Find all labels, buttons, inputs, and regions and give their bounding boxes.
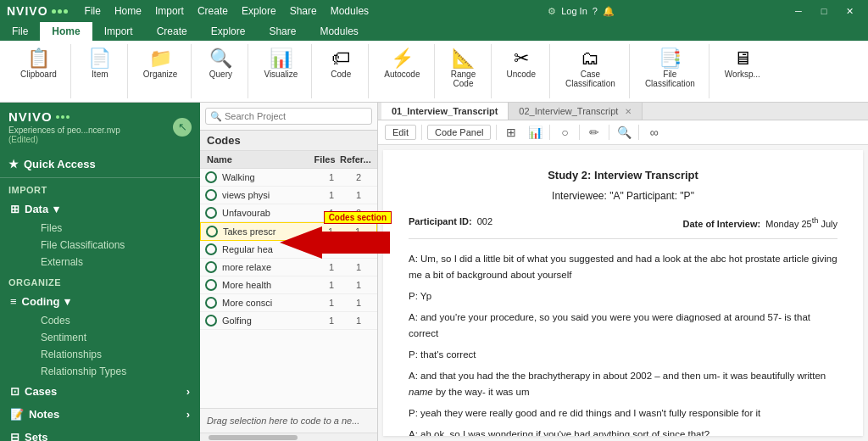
sidebar-item-coding[interactable]: ≡ Coding ▾ xyxy=(0,291,200,312)
code-files-takes: 1 xyxy=(317,226,344,237)
search-input[interactable] xyxy=(205,108,372,125)
ribbon-group-organize: 📁 Organize xyxy=(130,44,192,98)
workspace-button[interactable]: 🖥 Worksp... xyxy=(720,46,765,82)
organize-button[interactable]: 📁 Organize xyxy=(138,46,183,82)
sidebar-item-cases[interactable]: ⊡ Cases › xyxy=(0,380,200,403)
code-circle-views xyxy=(205,189,217,201)
item-button[interactable]: 📄 Item xyxy=(81,46,119,82)
sidebar-item-relationships[interactable]: Relationships xyxy=(17,346,200,363)
range-code-button[interactable]: 📐 RangeCode xyxy=(445,46,482,92)
menu-share[interactable]: Share xyxy=(283,0,324,22)
item-icon: 📄 xyxy=(88,49,111,68)
case-classification-button[interactable]: 🗂 CaseClassification xyxy=(560,46,620,92)
code-name-regular: Regular hea xyxy=(222,244,318,254)
ribbon-tab-file[interactable]: File xyxy=(0,22,40,41)
uncode-button[interactable]: ✂ Uncode xyxy=(502,46,541,82)
tab2-close-icon[interactable]: ✕ xyxy=(625,107,632,116)
sidebar-item-sentiment[interactable]: Sentiment xyxy=(17,329,200,346)
ribbon-tab-explore[interactable]: Explore xyxy=(199,22,258,41)
sidebar-item-file-classifications[interactable]: File Classifications xyxy=(17,237,200,254)
toolbar-sep3 xyxy=(549,125,550,140)
query-button[interactable]: 🔍 Query xyxy=(202,46,239,82)
help-icon[interactable]: ? xyxy=(593,6,598,16)
minimize-button[interactable]: ─ xyxy=(787,0,810,22)
ribbon-tab-create[interactable]: Create xyxy=(145,22,199,41)
code-refs-golfing: 1 xyxy=(345,315,372,326)
ribbon-tab-share[interactable]: Share xyxy=(257,22,308,41)
doc-tab-interview1[interactable]: 01_Interview_Transcript xyxy=(381,103,509,120)
col-refs: Refer... xyxy=(340,154,370,165)
codes-panel: 🔍 Codes Name Files Refer... Walking 1 2 … xyxy=(200,103,378,441)
clipboard-label: Clipboard xyxy=(20,70,57,79)
sidebar-item-codes[interactable]: Codes xyxy=(17,312,200,329)
code-row-takes-prescr[interactable]: Takes prescr 1 1 xyxy=(200,222,377,241)
coding-group: ≡ Coding ▾ Codes Sentiment Relationships… xyxy=(0,291,200,380)
case-classification-label: CaseClassification xyxy=(565,70,615,88)
autocode-button[interactable]: ⚡ Autocode xyxy=(379,46,425,82)
menu-home[interactable]: Home xyxy=(108,0,148,22)
notifications-icon[interactable]: 🔔 xyxy=(603,6,615,17)
code-files-views: 1 xyxy=(318,190,345,200)
code-row-golfing[interactable]: Golfing 1 1 xyxy=(200,312,377,330)
visualize-button[interactable]: 📊 Visualize xyxy=(259,46,303,82)
edit-button[interactable]: Edit xyxy=(385,125,416,140)
search-toolbar-icon[interactable]: 🔍 xyxy=(615,123,633,142)
menu-modules[interactable]: Modules xyxy=(324,0,376,22)
clipboard-button[interactable]: 📋 Clipboard xyxy=(15,46,62,82)
pencil-icon[interactable]: ✏ xyxy=(585,123,604,142)
para-3: P: that's correct xyxy=(409,347,837,363)
code-refs-takes: 1 xyxy=(344,226,371,237)
code-refs-regular: 1 xyxy=(345,244,372,254)
quick-access-section[interactable]: ★ Quick Access xyxy=(0,151,200,178)
sidebar-item-files[interactable]: Files xyxy=(17,220,200,237)
code-row-unfavourab[interactable]: Unfavourab 1 2 xyxy=(200,204,377,222)
code-row-more-health[interactable]: More health 1 1 xyxy=(200,276,377,294)
code-row-more-consci[interactable]: More consci 1 1 xyxy=(200,294,377,312)
code-circle-unfav xyxy=(205,207,217,219)
code-circle-golfing xyxy=(205,315,217,327)
code-row-more-relaxe[interactable]: more relaxe 1 1 xyxy=(200,259,377,276)
workspace-label: Worksp... xyxy=(725,70,760,79)
menu-file[interactable]: File xyxy=(78,0,108,22)
clipboard-icon: 📋 xyxy=(27,49,50,68)
sidebar-item-sets[interactable]: ⊟ Sets xyxy=(0,426,200,441)
workspace-icon: 🖥 xyxy=(733,49,752,68)
sidebar-item-notes[interactable]: 📝 Notes › xyxy=(0,403,200,426)
nvivo-text: NVIVO xyxy=(8,109,53,124)
circle-icon[interactable]: ○ xyxy=(555,123,574,142)
ribbon-content: 📋 Clipboard 📄 Item 📁 Organize xyxy=(0,41,868,102)
ribbon: File Home Import Create Explore Share Mo… xyxy=(0,22,868,103)
codes-column-header: Name Files Refer... xyxy=(200,151,377,169)
close-button[interactable]: ✕ xyxy=(837,0,861,22)
view-icon1[interactable]: ⊞ xyxy=(502,123,520,142)
login-button[interactable]: Log In xyxy=(561,6,587,16)
code-row-regular-hea[interactable]: Regular hea 1 1 xyxy=(200,241,377,259)
code-button[interactable]: 🏷 Code xyxy=(322,46,359,82)
sidebar-item-externals[interactable]: Externals xyxy=(17,254,200,271)
col-files: Files xyxy=(311,154,338,165)
ribbon-tab-modules[interactable]: Modules xyxy=(308,22,370,41)
file-classification-button[interactable]: 📑 FileClassification xyxy=(640,46,700,92)
menu-import[interactable]: Import xyxy=(148,0,191,22)
sidebar-item-data[interactable]: ⊞ Data ▾ xyxy=(0,198,200,220)
ribbon-tab-home[interactable]: Home xyxy=(40,22,92,41)
doc-tab-interview2[interactable]: 02_Interview_Transcript ✕ xyxy=(509,103,643,120)
maximize-button[interactable]: □ xyxy=(812,0,836,22)
menu-create[interactable]: Create xyxy=(191,0,235,22)
toolbar-sep5 xyxy=(609,125,609,140)
ribbon-group-case-classification: 🗂 CaseClassification xyxy=(552,44,630,98)
codes-list: Walking 1 2 views physi 1 1 Unfavourab 1… xyxy=(200,169,377,408)
code-row-views-physi[interactable]: views physi 1 1 xyxy=(200,187,377,204)
chart-icon[interactable]: 📊 xyxy=(526,123,544,142)
code-files-unfav: 1 xyxy=(318,208,345,218)
code-circle-consci xyxy=(205,297,217,309)
ribbon-tab-import[interactable]: Import xyxy=(92,22,145,41)
code-row-walking[interactable]: Walking 1 2 xyxy=(200,169,377,187)
codes-scrollbar-thumb[interactable] xyxy=(209,435,298,440)
menu-explore[interactable]: Explore xyxy=(235,0,283,22)
codes-title: Codes xyxy=(207,134,370,147)
link-icon[interactable]: ∞ xyxy=(644,123,663,142)
sidebar-item-relationship-types[interactable]: Relationship Types xyxy=(17,363,200,380)
codes-scrollbar[interactable] xyxy=(200,433,377,441)
code-panel-button[interactable]: Code Panel xyxy=(427,125,492,140)
